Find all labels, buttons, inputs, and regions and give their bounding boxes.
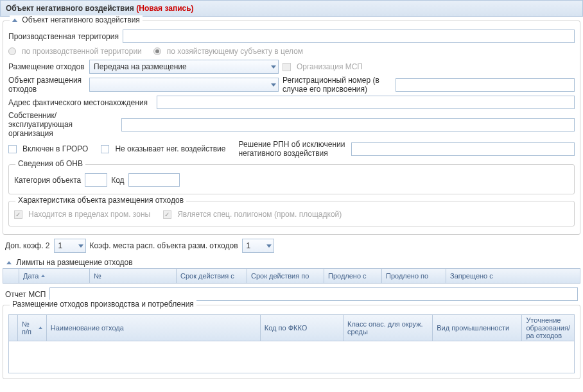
polygon-label: Является спец. полигоном (пром. площадко… (177, 210, 342, 219)
org-msp-checkbox (283, 63, 291, 71)
territory-label: Производственная территория (8, 32, 119, 41)
window-title: Объект негативного воздействия (6, 4, 134, 13)
chevron-down-icon (78, 244, 83, 248)
limits-title-bar[interactable]: Лимиты на размещение отходов (3, 257, 580, 268)
limits-col-from[interactable]: Срок действия с (177, 269, 247, 283)
rpn-input[interactable] (351, 142, 575, 156)
category-label: Категория объекта (14, 176, 81, 185)
rpn-label: Решение РПН об исключении негативного во… (238, 140, 347, 158)
placement-col-industry[interactable]: Вид промышленности (433, 315, 522, 341)
reg-number-input[interactable] (396, 78, 575, 92)
radio-territory (8, 47, 16, 55)
placement-col-name[interactable]: Наименование отхода (47, 315, 261, 341)
disposal-obj-label: Объект размещения отходов (8, 76, 85, 94)
chevron-down-icon (266, 244, 272, 248)
window-header: Объект негативного воздействия (Новая за… (0, 0, 583, 17)
collapse-icon[interactable] (6, 261, 12, 264)
address-input[interactable] (157, 96, 575, 109)
limits-col-num[interactable]: № (90, 269, 177, 283)
chevron-down-icon (271, 83, 276, 87)
owner-input[interactable] (121, 118, 575, 132)
in-zone-label: Находится в пределах пром. зоны (28, 210, 150, 219)
sort-asc-icon (39, 327, 42, 329)
placement-grid-header: № п/п Наименование отхода Код по ФККО Кл… (8, 314, 575, 341)
report-input[interactable] (49, 287, 578, 301)
place-coef-select[interactable]: 1 (242, 239, 274, 253)
territory-input[interactable] (123, 30, 575, 43)
char-section: Характеристика объекта размещения отходо… (8, 201, 575, 226)
limits-col-date[interactable]: Дата (19, 269, 90, 283)
placement-col-expand[interactable] (9, 315, 18, 341)
collapse-icon[interactable] (12, 19, 17, 22)
chevron-down-icon (271, 65, 276, 69)
groro-checkbox[interactable] (8, 145, 17, 153)
placement-col-fkko[interactable]: Код по ФККО (261, 315, 344, 341)
disposal-select[interactable]: Передача на размещение (89, 60, 279, 74)
onv-section: Сведения об ОНВ Категория объекта Код (8, 164, 575, 194)
groro-label: Включен в ГРОРО (22, 144, 88, 153)
placement-section: Размещение отходов производства и потреб… (3, 305, 580, 379)
onv-section-title: Сведения об ОНВ (15, 159, 85, 168)
code-input[interactable] (128, 173, 180, 187)
org-msp-label: Организация МСП (297, 62, 363, 71)
char-section-title: Характеристика объекта размещения отходо… (15, 196, 186, 205)
placement-col-clarif[interactable]: Уточнение образования/ра отходов (522, 315, 574, 341)
in-zone-checkbox (14, 210, 22, 219)
radio-territory-label: по производственной территории (22, 47, 142, 56)
owner-label: Собственник/эксплуатирующая организация (8, 111, 117, 138)
placement-col-num[interactable]: № п/п (18, 315, 47, 341)
reg-number-label: Регистрационный номер (в случае его прис… (283, 76, 392, 94)
radio-subject-label: по хозяйствующему субъекту в целом (167, 47, 303, 56)
main-section-title[interactable]: Объект негативного воздействия (10, 15, 143, 24)
limits-col-to[interactable]: Срок действия по (247, 269, 324, 283)
new-record-badge: (Новая запись) (136, 4, 193, 13)
limits-col-banned[interactable]: Запрещено с (446, 269, 580, 283)
no-neg-label: Не оказывает нег. воздействие (115, 144, 225, 153)
disposal-obj-select[interactable] (89, 78, 279, 92)
limits-title: Лимиты на размещение отходов (16, 258, 132, 267)
placement-col-hazard[interactable]: Класс опас. для окруж. среды (344, 315, 433, 341)
limits-col-ext-from[interactable]: Продлено с (324, 269, 382, 283)
no-neg-checkbox[interactable] (101, 145, 109, 153)
report-label: Отчет МСП (5, 290, 46, 299)
polygon-checkbox (163, 210, 171, 219)
placement-grid-body[interactable] (8, 341, 575, 373)
limits-col-expand[interactable] (3, 269, 19, 283)
code-label: Код (111, 176, 124, 185)
dop-coef-select[interactable]: 1 (54, 239, 86, 253)
disposal-label: Размещение отходов (8, 62, 85, 71)
address-label: Адрес фактического местонахождения (8, 98, 153, 107)
place-coef-label: Коэф. места расп. объекта разм. отходов (90, 241, 238, 250)
category-input[interactable] (85, 173, 107, 187)
limits-col-ext-to[interactable]: Продлено по (382, 269, 446, 283)
radio-subject (153, 47, 161, 55)
limits-grid-header: Дата № Срок действия с Срок действия по … (3, 268, 580, 284)
sort-asc-icon (41, 275, 45, 277)
placement-section-title: Размещение отходов производства и потреб… (10, 300, 196, 309)
dop-coef-label: Доп. коэф. 2 (5, 241, 50, 250)
main-section: Объект негативного воздействия Производс… (3, 21, 580, 235)
